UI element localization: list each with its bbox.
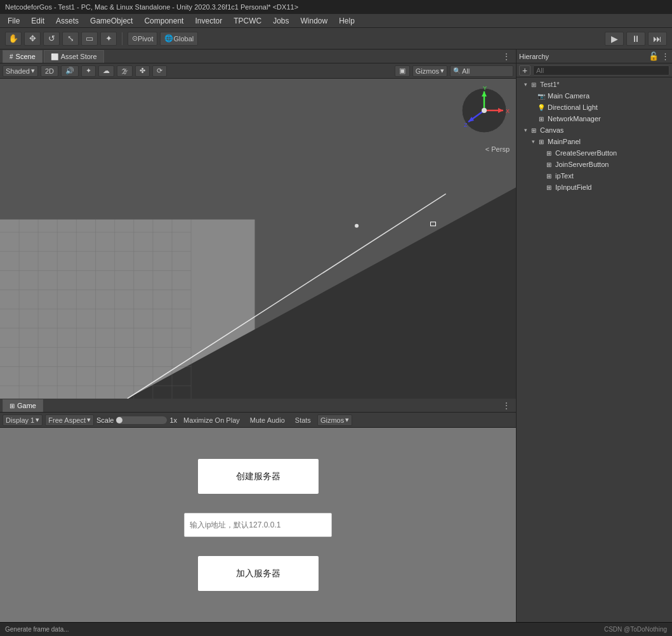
hierarchy-main-camera[interactable]: ▸ 📷 Main Camera: [517, 90, 672, 102]
csb-icon: ⊞: [544, 149, 553, 157]
root-label: Test1*: [540, 81, 560, 88]
anim-btn[interactable]: ⟳: [152, 65, 167, 77]
hierarchy-lock-icon[interactable]: 🔓: [649, 51, 659, 61]
game-panel-menu-btn[interactable]: ⋮: [499, 401, 513, 411]
pause-btn[interactable]: ⏸: [626, 32, 645, 46]
root-icon: ⊞: [529, 80, 538, 89]
asset-store-tab[interactable]: ⬜ Asset Store: [44, 50, 104, 63]
global-icon: 🌐: [164, 34, 173, 43]
scene-search-label: All: [462, 67, 470, 75]
rect-tool-btn[interactable]: ▭: [81, 32, 98, 46]
hierarchy-main-panel[interactable]: ▾ ⊞ MainPanel: [517, 136, 672, 147]
ip-input-field[interactable]: [184, 513, 332, 537]
main-layout: # Scene ⬜ Asset Store ⋮ Shaded ▾ 2D 🔊: [0, 50, 672, 622]
scale-slider[interactable]: [116, 416, 167, 424]
jsb-label: JoinServerButton: [555, 161, 609, 168]
svg-text:Z: Z: [464, 122, 468, 128]
menu-window[interactable]: Window: [296, 15, 333, 27]
asset-store-label: Asset Store: [61, 53, 97, 60]
pivot-icon: ⊙: [132, 34, 138, 43]
menu-tpcwc[interactable]: TPCWC: [228, 15, 267, 27]
transform-tool-btn[interactable]: ✦: [100, 32, 117, 46]
scene-search[interactable]: 🔍 All: [450, 65, 513, 77]
2d-btn[interactable]: 2D: [41, 65, 58, 77]
hierarchy-directional-light[interactable]: ▸ 💡 Directional Light: [517, 102, 672, 113]
hierarchy-root-item[interactable]: ▾ ⊞ Test1*: [517, 79, 672, 90]
canvas-icon: ⊞: [529, 126, 538, 135]
menu-file[interactable]: File: [3, 15, 25, 27]
csdn-credit: CSDN @ToDoNothing: [604, 626, 667, 633]
game-tab[interactable]: ⊞ Game: [3, 399, 43, 412]
step-btn[interactable]: ⏭: [648, 32, 667, 46]
svg-text:X: X: [506, 108, 510, 114]
render-mode-btn[interactable]: ▣: [395, 65, 410, 77]
rotate-tool-btn[interactable]: ↺: [43, 32, 60, 46]
menu-component[interactable]: Component: [139, 15, 188, 27]
axis-gizmo[interactable]: X Y Z: [459, 85, 510, 136]
fog-btn[interactable]: 🌫: [117, 65, 133, 77]
join-server-button[interactable]: 加入服务器: [198, 556, 319, 591]
persp-label: < Persp: [485, 145, 510, 153]
hierarchy-add-btn[interactable]: +: [519, 65, 530, 76]
menu-invector[interactable]: Invector: [190, 15, 227, 27]
ipt-label: ipText: [555, 172, 574, 180]
maximize-on-play-btn[interactable]: Maximize On Play: [180, 414, 244, 426]
create-server-button[interactable]: 创建服务器: [198, 459, 319, 494]
scale-tool-btn[interactable]: ⤡: [62, 32, 79, 46]
mute-audio-btn[interactable]: Mute Audio: [246, 414, 289, 426]
effect-btn[interactable]: ✦: [81, 65, 96, 77]
hierarchy-join-server-btn[interactable]: ▸ ⊞ JoinServerButton: [517, 159, 672, 170]
menu-help[interactable]: Help: [334, 15, 360, 27]
move-tool-btn[interactable]: ✥: [24, 32, 41, 46]
ipt-icon: ⊞: [544, 171, 553, 180]
mainpanel-arrow: ▾: [529, 138, 537, 145]
scene-tab[interactable]: # Scene: [3, 50, 43, 63]
light-label: Directional Light: [548, 103, 598, 111]
mainpanel-label: MainPanel: [548, 138, 581, 145]
global-btn[interactable]: 🌐 Global: [160, 32, 198, 46]
status-left-text: Generate frame data...: [5, 626, 69, 633]
play-btn[interactable]: ▶: [605, 32, 624, 46]
game-tab-icon: ⊞: [10, 402, 15, 409]
scale-label: Scale: [96, 416, 114, 424]
hand-tool-btn[interactable]: ✋: [5, 32, 22, 46]
center-panel: # Scene ⬜ Asset Store ⋮ Shaded ▾ 2D 🔊: [0, 50, 516, 622]
hierarchy-more-icon[interactable]: ⋮: [661, 51, 669, 61]
global-label: Global: [173, 35, 194, 43]
pivot-btn[interactable]: ⊙ Pivot: [128, 32, 157, 46]
asset-store-icon: ⬜: [51, 53, 58, 60]
title-bar: NetcodeforGos - Test1 - PC, Mac & Linux …: [0, 0, 672, 14]
game-gizmos-dropdown[interactable]: Gizmos ▾: [317, 414, 352, 426]
scene-background: [0, 79, 516, 399]
shaded-dropdown[interactable]: Shaded ▾: [3, 65, 38, 77]
hierarchy-create-server-btn[interactable]: ▸ ⊞ CreateServerButton: [517, 147, 672, 159]
hierarchy-network-manager[interactable]: ▸ ⊞ NetworkManager: [517, 113, 672, 124]
game-tab-label: Game: [17, 402, 36, 409]
aspect-label: Free Aspect: [48, 416, 86, 424]
hierarchy-search-input[interactable]: [533, 65, 669, 76]
scene-panel-menu-btn[interactable]: ⋮: [499, 51, 513, 62]
game-tab-bar: ⊞ Game ⋮: [0, 399, 516, 413]
hierarchy-tree: ▾ ⊞ Test1* ▸ 📷 Main Camera ▸ 💡 Direction…: [517, 77, 672, 622]
flare-btn[interactable]: ✤: [135, 65, 150, 77]
gizmos-dropdown[interactable]: Gizmos ▾: [412, 65, 447, 77]
main-toolbar: ✋ ✥ ↺ ⤡ ▭ ✦ ⊙ Pivot 🌐 Global ▶ ⏸ ⏭: [0, 28, 672, 50]
stats-btn[interactable]: Stats: [291, 414, 315, 426]
audio-btn[interactable]: 🔊: [61, 65, 79, 77]
display-arrow: ▾: [36, 416, 39, 424]
hierarchy-toolbar: +: [517, 63, 672, 77]
display-dropdown[interactable]: Display 1 ▾: [3, 414, 43, 426]
hierarchy-canvas[interactable]: ▾ ⊞ Canvas: [517, 124, 672, 136]
skybox-btn[interactable]: ☁: [98, 65, 114, 77]
gizmos-label: Gizmos: [416, 67, 439, 75]
shaded-arrow: ▾: [31, 67, 35, 75]
aspect-dropdown[interactable]: Free Aspect ▾: [45, 414, 94, 426]
hierarchy-ip-text[interactable]: ▸ ⊞ ipText: [517, 170, 672, 182]
menu-assets[interactable]: Assets: [51, 15, 84, 27]
menu-jobs[interactable]: Jobs: [268, 15, 294, 27]
menu-edit[interactable]: Edit: [26, 15, 49, 27]
scene-viewport[interactable]: X Y Z < Persp: [0, 79, 516, 399]
hierarchy-ip-input-field[interactable]: ▸ ⊞ IpInputField: [517, 182, 672, 193]
menu-gameobject[interactable]: GameObject: [85, 15, 138, 27]
game-toolbar: Display 1 ▾ Free Aspect ▾ Scale 1x Maxim…: [0, 413, 516, 428]
